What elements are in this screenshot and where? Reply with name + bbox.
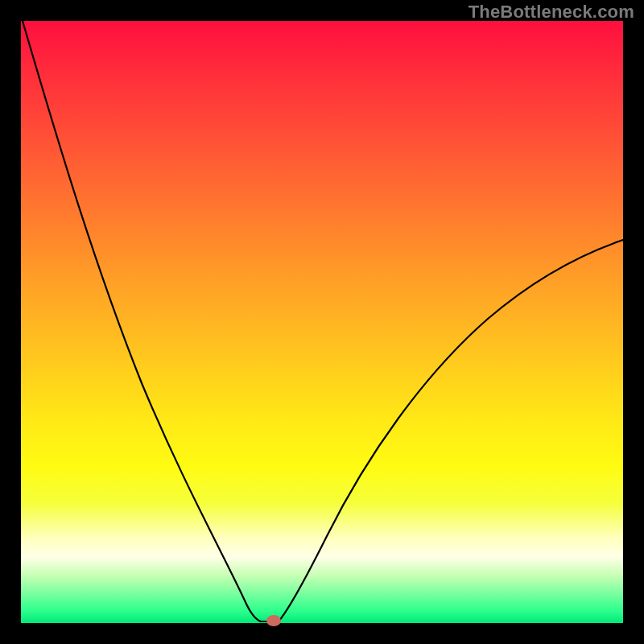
curve-svg bbox=[21, 21, 623, 623]
watermark-text: TheBottleneck.com bbox=[469, 2, 634, 23]
plot-area bbox=[21, 21, 623, 623]
curve-right-branch bbox=[279, 240, 623, 621]
optimal-point-marker bbox=[266, 615, 281, 626]
chart-frame: TheBottleneck.com bbox=[0, 0, 644, 644]
curve-left-branch bbox=[23, 21, 261, 621]
